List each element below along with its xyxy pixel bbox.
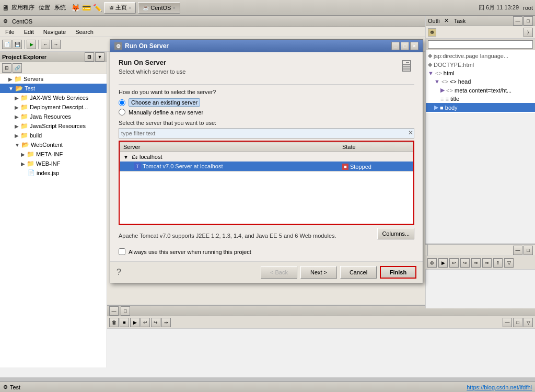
outline-item-title[interactable]: ≡ ≡ title bbox=[426, 95, 535, 103]
taskbar-centos-label: CentOS bbox=[150, 5, 171, 11]
right-tool5[interactable]: ⇒ bbox=[471, 258, 481, 268]
tree-webcontent-label: WebContent bbox=[31, 142, 63, 148]
col-state: State bbox=[339, 142, 413, 152]
toolbar-new-btn[interactable]: 📄 bbox=[2, 40, 11, 49]
radio-existing-input[interactable] bbox=[119, 99, 125, 106]
console-step2-btn[interactable]: ↪ bbox=[151, 318, 160, 327]
console-step3-btn[interactable]: ⇒ bbox=[161, 318, 171, 327]
outline-item-meta[interactable]: ▶ <> meta content=text/ht... bbox=[426, 86, 535, 95]
tree-java-res[interactable]: ▶ 📁 Java Resources bbox=[0, 112, 107, 121]
dialog-maximize-btn[interactable]: □ bbox=[401, 42, 409, 50]
status-link[interactable]: https://blog.csdn.net/lfdfhl bbox=[467, 384, 532, 390]
sidebar-menu-btn[interactable]: ▼ bbox=[95, 52, 104, 62]
outline-search-input[interactable] bbox=[428, 40, 533, 49]
columns-btn[interactable]: Columns... bbox=[377, 228, 414, 239]
toolbar-back-btn[interactable]: ← bbox=[41, 40, 50, 49]
right-minimize-btn[interactable]: — bbox=[513, 246, 522, 255]
outline-tree: ◆ jsp:directive.page language... ◆ DOCTY… bbox=[426, 50, 535, 113]
server-state: ■ Stopped bbox=[342, 164, 371, 170]
tree-webcontent[interactable]: ▼ 📂 WebContent bbox=[0, 140, 107, 149]
tree-jax-ws[interactable]: ▶ 📁 JAX-WS Web Services bbox=[0, 93, 107, 102]
console-run-btn[interactable]: ▶ bbox=[130, 318, 139, 327]
outline-item-directive[interactable]: ◆ jsp:directive.page language... bbox=[426, 51, 535, 60]
status-bar: ⚙ Test https://blog.csdn.net/lfdfhl bbox=[0, 382, 535, 392]
right-tool3[interactable]: ↩ bbox=[449, 258, 459, 268]
radio-new[interactable]: Manually define a new server bbox=[119, 109, 414, 116]
tree-test[interactable]: ▼ 📂 Test bbox=[0, 84, 107, 93]
next-btn[interactable]: Next > bbox=[300, 266, 337, 279]
filter-input[interactable] bbox=[119, 128, 414, 139]
outline-maximize-btn[interactable]: □ bbox=[524, 16, 533, 26]
tree-deployment[interactable]: ▶ 📁 Deployment Descript... bbox=[0, 102, 107, 112]
panel-maximize-btn[interactable]: □ bbox=[121, 306, 130, 316]
tree-collapse-all-btn[interactable]: ⊟ bbox=[2, 63, 11, 73]
radio-existing-label: Choose an existing server bbox=[129, 98, 200, 107]
dialog-close-btn[interactable]: × bbox=[410, 42, 418, 50]
cancel-btn[interactable]: Cancel bbox=[340, 266, 377, 279]
back-btn[interactable]: < Back bbox=[261, 266, 297, 279]
right-maximize-btn[interactable]: □ bbox=[524, 246, 533, 255]
right-tool8[interactable]: ▽ bbox=[504, 258, 514, 268]
sidebar-collapse-btn[interactable]: ⊟ bbox=[85, 52, 94, 62]
tree-meta-inf-label: META-INF bbox=[36, 151, 63, 157]
dialog-minimize-btn[interactable]: _ bbox=[391, 42, 400, 50]
finish-btn[interactable]: Finish bbox=[380, 266, 416, 279]
radio-new-input[interactable] bbox=[119, 109, 125, 116]
always-use-checkbox-row[interactable]: Always use this server when running this… bbox=[119, 248, 414, 255]
console-minimize-btn[interactable]: — bbox=[503, 318, 512, 327]
console-clear-btn[interactable]: 🗑 bbox=[109, 318, 119, 327]
console-restore-btn[interactable]: □ bbox=[513, 318, 522, 327]
right-tool2[interactable]: ▶ bbox=[438, 258, 448, 268]
menu-edit[interactable]: Edit bbox=[22, 28, 36, 36]
always-use-checkbox[interactable] bbox=[119, 248, 125, 255]
tree-meta-inf[interactable]: ▶ 📁 META-INF bbox=[0, 149, 107, 159]
server-icon-large: 🖥 bbox=[398, 56, 414, 76]
right-tool7[interactable]: ⇑ bbox=[493, 258, 503, 268]
taskbar-centos-btn[interactable]: ☕ CentOS × bbox=[138, 2, 180, 14]
outline-item-html[interactable]: ▼ <> html bbox=[426, 69, 535, 77]
server-group-localhost[interactable]: ▼ 🗂 localhost bbox=[120, 152, 413, 162]
server-row-tomcat[interactable]: T Tomcat v7.0 Server at localhost ■ Stop… bbox=[120, 162, 413, 171]
console-step-btn[interactable]: ↩ bbox=[141, 318, 150, 327]
outline-filter-btn[interactable]: ⟩ bbox=[524, 28, 533, 37]
panel-minimize-btn[interactable]: — bbox=[109, 306, 119, 316]
project-tree: ⊟ 🔗 ▶ 📁 Servers ▼ 📂 Test ▶ bbox=[0, 62, 107, 177]
menu-navigate[interactable]: Navigate bbox=[41, 28, 68, 36]
tomcat-icon: T bbox=[134, 163, 141, 170]
tree-js-res[interactable]: ▶ 📁 JavaScript Resources bbox=[0, 121, 107, 131]
outline-search-bar bbox=[426, 39, 535, 50]
tree-index-jsp[interactable]: 📄 index.jsp bbox=[0, 168, 107, 177]
server-table: Server State ▼ 🗂 localhost bbox=[120, 142, 413, 171]
dialog-heading: Run On Server bbox=[119, 59, 185, 66]
help-btn[interactable]: ? bbox=[117, 268, 121, 277]
outline-item-head[interactable]: ▼ <> <> head bbox=[426, 77, 535, 86]
outline-item-body[interactable]: ▶ ■ body bbox=[426, 103, 535, 112]
radio-existing[interactable]: Choose an existing server bbox=[119, 98, 414, 107]
server-question: How do you want to select the server? bbox=[119, 89, 414, 95]
outline-item-doctype[interactable]: ◆ DOCTYPE:html bbox=[426, 60, 535, 69]
toolbar-run-btn[interactable]: ▶ bbox=[27, 40, 36, 49]
tree-build[interactable]: ▶ 📁 build bbox=[0, 131, 107, 140]
server-empty-area bbox=[120, 171, 413, 224]
right-tool6[interactable]: ⇒ bbox=[482, 258, 492, 268]
task-title: Task bbox=[454, 18, 466, 24]
taskbar-user: root bbox=[523, 5, 533, 11]
console-expand-btn[interactable]: ▽ bbox=[524, 318, 533, 327]
menu-search[interactable]: Search bbox=[73, 28, 96, 36]
outline-minimize-btn[interactable]: — bbox=[513, 16, 522, 26]
taskbar-home-label: 主页 bbox=[115, 4, 127, 11]
toolbar-save-btn[interactable]: 💾 bbox=[13, 40, 22, 49]
tree-js-res-label: JavaScript Resources bbox=[30, 123, 86, 129]
radio-new-label: Manually define a new server bbox=[129, 109, 203, 116]
right-tool4[interactable]: ↪ bbox=[460, 258, 470, 268]
tree-web-inf[interactable]: ▶ 📁 WEB-INF bbox=[0, 159, 107, 168]
filter-clear-btn[interactable]: ✕ bbox=[408, 129, 413, 136]
server-select-label: Select the server that you want to use: bbox=[119, 120, 414, 126]
console-stop-btn[interactable]: ■ bbox=[120, 318, 129, 327]
menu-file[interactable]: File bbox=[3, 28, 17, 36]
right-tool1[interactable]: ⊕ bbox=[427, 258, 437, 268]
taskbar-home-btn[interactable]: 🖥 主页 × bbox=[104, 2, 136, 14]
tree-servers[interactable]: ▶ 📁 Servers bbox=[0, 74, 107, 84]
toolbar-fwd-btn[interactable]: → bbox=[51, 40, 61, 49]
tree-link-btn[interactable]: 🔗 bbox=[13, 63, 22, 73]
